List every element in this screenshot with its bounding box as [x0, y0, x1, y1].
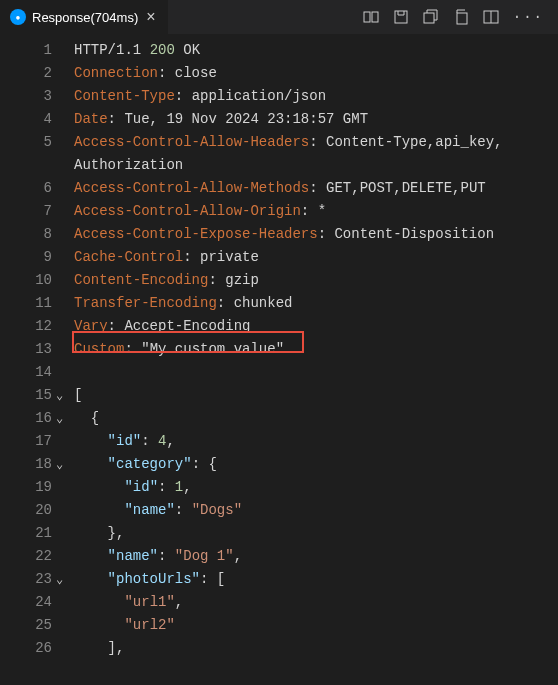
line-number: 17: [0, 430, 52, 453]
fold-marker: [56, 499, 74, 522]
fold-marker: [56, 614, 74, 637]
code-line[interactable]: },: [74, 522, 558, 545]
code-line[interactable]: [: [74, 384, 558, 407]
compare-changes-icon[interactable]: [363, 9, 379, 25]
code-line[interactable]: ],: [74, 637, 558, 660]
line-number: 22: [0, 545, 52, 568]
split-editor-icon[interactable]: [483, 9, 499, 25]
save-icon[interactable]: [393, 9, 409, 25]
line-number: 14: [0, 361, 52, 384]
code-line[interactable]: Access-Control-Allow-Origin: *: [74, 200, 558, 223]
svg-rect-3: [424, 13, 434, 23]
line-number: 24: [0, 591, 52, 614]
code-line[interactable]: Connection: close: [74, 62, 558, 85]
line-number: 6: [0, 177, 52, 200]
fold-marker[interactable]: ⌄: [56, 384, 74, 407]
code-line[interactable]: Access-Control-Allow-Headers: Content-Ty…: [74, 131, 558, 154]
code-line[interactable]: Custom: "My custom value": [74, 338, 558, 361]
fold-marker: [56, 39, 74, 62]
code-line[interactable]: "id": 1,: [74, 476, 558, 499]
code-content[interactable]: HTTP/1.1 200 OKConnection: closeContent-…: [74, 39, 558, 660]
save-all-icon[interactable]: [423, 9, 439, 25]
editor: 1234567891011121314151617181920212223242…: [0, 35, 558, 660]
code-line[interactable]: HTTP/1.1 200 OK: [74, 39, 558, 62]
line-number: 18: [0, 453, 52, 476]
line-number: 9: [0, 246, 52, 269]
code-line[interactable]: "category": {: [74, 453, 558, 476]
code-line[interactable]: {: [74, 407, 558, 430]
chevron-down-icon[interactable]: ⌄: [56, 385, 68, 397]
fold-marker: [56, 62, 74, 85]
fold-marker: [56, 545, 74, 568]
line-number: 13: [0, 338, 52, 361]
line-number: 1: [0, 39, 52, 62]
code-line[interactable]: Authorization: [74, 154, 558, 177]
code-line[interactable]: Cache-Control: private: [74, 246, 558, 269]
line-number: 12: [0, 315, 52, 338]
more-actions-icon[interactable]: ···: [513, 9, 544, 25]
fold-marker: [56, 315, 74, 338]
close-icon[interactable]: ×: [144, 7, 157, 27]
http-icon: ●: [10, 9, 26, 25]
line-number: 25: [0, 614, 52, 637]
editor-actions: ···: [363, 9, 558, 25]
fold-marker: [56, 200, 74, 223]
code-line[interactable]: "photoUrls": [: [74, 568, 558, 591]
svg-rect-4: [457, 13, 467, 24]
code-line[interactable]: [74, 361, 558, 384]
line-number: 3: [0, 85, 52, 108]
line-number: 16: [0, 407, 52, 430]
chevron-down-icon[interactable]: ⌄: [56, 569, 68, 581]
fold-marker: [56, 476, 74, 499]
fold-marker: [56, 430, 74, 453]
tab-bar: ● Response(704ms) × ···: [0, 0, 558, 35]
tab-title: Response(704ms): [32, 10, 138, 25]
fold-marker: [56, 154, 74, 177]
line-number: 10: [0, 269, 52, 292]
tab-response[interactable]: ● Response(704ms) ×: [0, 0, 168, 35]
line-number: 19: [0, 476, 52, 499]
code-line[interactable]: "name": "Dog 1",: [74, 545, 558, 568]
fold-marker: [56, 131, 74, 154]
fold-marker[interactable]: ⌄: [56, 407, 74, 430]
code-line[interactable]: "url2": [74, 614, 558, 637]
line-number: 4: [0, 108, 52, 131]
fold-marker: [56, 269, 74, 292]
fold-marker: [56, 292, 74, 315]
fold-marker: [56, 246, 74, 269]
line-number: 7: [0, 200, 52, 223]
line-number: 26: [0, 637, 52, 660]
fold-marker: [56, 637, 74, 660]
code-line[interactable]: "id": 4,: [74, 430, 558, 453]
code-line[interactable]: Content-Encoding: gzip: [74, 269, 558, 292]
svg-rect-1: [372, 12, 378, 22]
copy-icon[interactable]: [453, 9, 469, 25]
fold-marker[interactable]: ⌄: [56, 453, 74, 476]
line-number: 5: [0, 131, 52, 154]
code-line[interactable]: Date: Tue, 19 Nov 2024 23:18:57 GMT: [74, 108, 558, 131]
chevron-down-icon[interactable]: ⌄: [56, 408, 68, 420]
fold-marker[interactable]: ⌄: [56, 568, 74, 591]
chevron-down-icon[interactable]: ⌄: [56, 454, 68, 466]
line-number: 11: [0, 292, 52, 315]
fold-marker: [56, 223, 74, 246]
svg-rect-0: [364, 12, 370, 22]
code-line[interactable]: Access-Control-Expose-Headers: Content-D…: [74, 223, 558, 246]
line-number: 20: [0, 499, 52, 522]
line-number: 15: [0, 384, 52, 407]
fold-marker: [56, 591, 74, 614]
line-number: 2: [0, 62, 52, 85]
fold-marker: [56, 361, 74, 384]
line-number: 23: [0, 568, 52, 591]
line-number: 8: [0, 223, 52, 246]
code-line[interactable]: Transfer-Encoding: chunked: [74, 292, 558, 315]
line-number: 21: [0, 522, 52, 545]
code-line[interactable]: Vary: Accept-Encoding: [74, 315, 558, 338]
code-line[interactable]: Access-Control-Allow-Methods: GET,POST,D…: [74, 177, 558, 200]
code-line[interactable]: "name": "Dogs": [74, 499, 558, 522]
code-line[interactable]: "url1",: [74, 591, 558, 614]
fold-marker: [56, 108, 74, 131]
code-line[interactable]: Content-Type: application/json: [74, 85, 558, 108]
fold-marker: [56, 85, 74, 108]
line-number: [0, 154, 52, 177]
